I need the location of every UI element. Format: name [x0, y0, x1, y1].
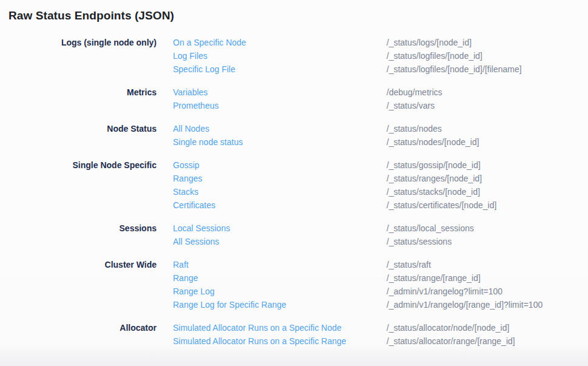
endpoint-group: Single Node SpecificGossip/_status/gossi… [8, 158, 580, 212]
endpoint-path: /_status/raft [387, 258, 431, 271]
endpoint-link[interactable]: Range Log [173, 285, 387, 298]
endpoint-row: Log Files/_status/logfiles/[node_id] [173, 49, 580, 63]
endpoint-path: /_status/certificates/[node_id] [387, 198, 496, 212]
endpoint-row: Specific Log File/_status/logfiles/[node… [173, 63, 580, 76]
group-label: Allocator [8, 321, 157, 334]
endpoint-row: Raft/_status/raft [173, 258, 580, 271]
endpoint-link[interactable]: Certificates [173, 198, 387, 212]
endpoint-path: /_status/logfiles/[node_id] [387, 49, 482, 63]
endpoint-path: /_status/range/[range_id] [387, 271, 481, 285]
endpoint-path: /_status/ranges/[node_id] [387, 172, 482, 185]
endpoint-link[interactable]: Range Log for Specific Range [173, 298, 387, 311]
group-label: Sessions [8, 222, 157, 235]
endpoint-path: /_status/local_sessions [387, 222, 474, 235]
group-entries: All Nodes/_status/nodesSingle node statu… [173, 122, 580, 149]
group-entries: Simulated Allocator Runs on a Specific N… [173, 321, 580, 348]
endpoint-path: /_status/gossip/[node_id] [387, 158, 481, 172]
endpoint-path: /_status/sessions [387, 235, 451, 248]
group-entries: Gossip/_status/gossip/[node_id]Ranges/_s… [173, 158, 580, 212]
endpoint-row: Prometheus/_status/vars [173, 99, 580, 112]
endpoint-row: Certificates/_status/certificates/[node_… [173, 198, 580, 212]
endpoint-path: /_status/logfiles/[node_id]/[filename] [387, 63, 522, 76]
endpoint-path: /_status/nodes/[node_id] [387, 135, 479, 149]
endpoint-path: /_status/stacks/[node_id] [387, 185, 480, 198]
endpoint-row: Variables/debug/metrics [173, 86, 580, 99]
endpoint-path: /_status/allocator/range/[range_id] [387, 334, 515, 348]
endpoint-row: Local Sessions/_status/local_sessions [173, 222, 580, 235]
endpoint-group: Logs (single node only)On a Specific Nod… [8, 36, 580, 76]
endpoint-link[interactable]: Specific Log File [173, 63, 387, 76]
endpoint-row: Range Log/_admin/v1/rangelog?limit=100 [173, 285, 580, 298]
endpoint-link[interactable]: On a Specific Node [173, 36, 387, 49]
endpoint-row: All Sessions/_status/sessions [173, 235, 580, 248]
endpoint-link[interactable]: Ranges [173, 172, 387, 185]
endpoint-groups: Logs (single node only)On a Specific Nod… [8, 36, 580, 348]
endpoint-row: All Nodes/_status/nodes [173, 122, 580, 135]
endpoint-row: On a Specific Node/_status/logs/[node_id… [173, 36, 580, 49]
group-entries: Local Sessions/_status/local_sessionsAll… [173, 222, 580, 248]
debug-endpoints-page: Raw Status Endpoints (JSON) Logs (single… [0, 0, 588, 366]
group-entries: On a Specific Node/_status/logs/[node_id… [173, 36, 580, 76]
endpoint-link[interactable]: Simulated Allocator Runs on a Specific R… [173, 334, 387, 348]
group-label: Metrics [8, 86, 157, 99]
endpoint-group: Node StatusAll Nodes/_status/nodesSingle… [8, 122, 580, 149]
group-label: Cluster Wide [8, 258, 157, 271]
group-entries: Variables/debug/metricsPrometheus/_statu… [173, 86, 580, 112]
endpoint-group: Cluster WideRaft/_status/raftRange/_stat… [8, 258, 580, 311]
endpoint-link[interactable]: Gossip [173, 158, 387, 172]
endpoint-row: Range Log for Specific Range/_admin/v1/r… [173, 298, 580, 311]
endpoint-path: /_status/logs/[node_id] [387, 36, 471, 49]
endpoint-path: /_status/allocator/node/[node_id] [387, 321, 509, 334]
page-title: Raw Status Endpoints (JSON) [8, 8, 580, 24]
endpoint-link[interactable]: Raft [173, 258, 387, 271]
endpoint-link[interactable]: Stacks [173, 185, 387, 198]
endpoint-link[interactable]: All Sessions [173, 235, 387, 248]
endpoint-group: AllocatorSimulated Allocator Runs on a S… [8, 321, 580, 348]
endpoint-row: Range/_status/range/[range_id] [173, 271, 580, 285]
endpoint-row: Gossip/_status/gossip/[node_id] [173, 158, 580, 172]
endpoint-link[interactable]: Variables [173, 86, 387, 99]
endpoint-row: Ranges/_status/ranges/[node_id] [173, 172, 580, 185]
endpoint-path: /_status/nodes [387, 122, 442, 135]
endpoint-link[interactable]: Local Sessions [173, 222, 387, 235]
endpoint-row: Simulated Allocator Runs on a Specific N… [173, 321, 580, 334]
group-label: Single Node Specific [8, 158, 157, 172]
endpoint-link[interactable]: Simulated Allocator Runs on a Specific N… [173, 321, 387, 334]
endpoint-group: MetricsVariables/debug/metricsPrometheus… [8, 86, 580, 112]
endpoint-path: /_admin/v1/rangelog/[range_id]?limit=100 [387, 298, 542, 311]
endpoint-path: /debug/metrics [387, 86, 442, 99]
endpoint-link[interactable]: Range [173, 271, 387, 285]
endpoint-link[interactable]: All Nodes [173, 122, 387, 135]
group-label: Logs (single node only) [8, 36, 157, 49]
endpoint-group: SessionsLocal Sessions/_status/local_ses… [8, 222, 580, 248]
endpoint-link[interactable]: Log Files [173, 49, 387, 63]
group-label: Node Status [8, 122, 157, 135]
group-entries: Raft/_status/raftRange/_status/range/[ra… [173, 258, 580, 311]
endpoint-link[interactable]: Prometheus [173, 99, 387, 112]
endpoint-row: Simulated Allocator Runs on a Specific R… [173, 334, 580, 348]
endpoint-path: /_status/vars [387, 99, 434, 112]
endpoint-path: /_admin/v1/rangelog?limit=100 [387, 285, 502, 298]
endpoint-row: Stacks/_status/stacks/[node_id] [173, 185, 580, 198]
endpoint-link[interactable]: Single node status [173, 135, 387, 149]
endpoint-row: Single node status/_status/nodes/[node_i… [173, 135, 580, 149]
